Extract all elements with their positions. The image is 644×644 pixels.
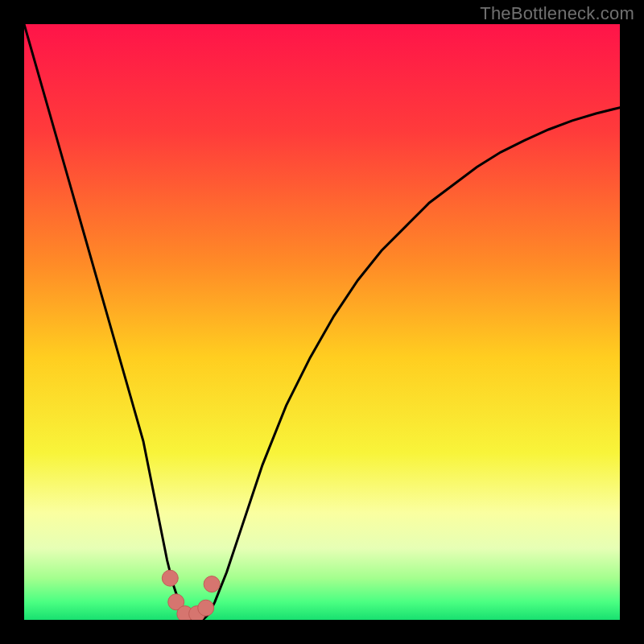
point-a <box>162 570 178 586</box>
gradient-background <box>24 24 620 620</box>
watermark-label: TheBottleneck.com <box>480 3 634 24</box>
bottleneck-chart <box>24 24 620 620</box>
chart-frame: { "watermark": "TheBottleneck.com", "col… <box>0 0 644 644</box>
point-f <box>204 576 220 592</box>
point-e <box>198 600 214 616</box>
plot-area <box>24 24 620 620</box>
